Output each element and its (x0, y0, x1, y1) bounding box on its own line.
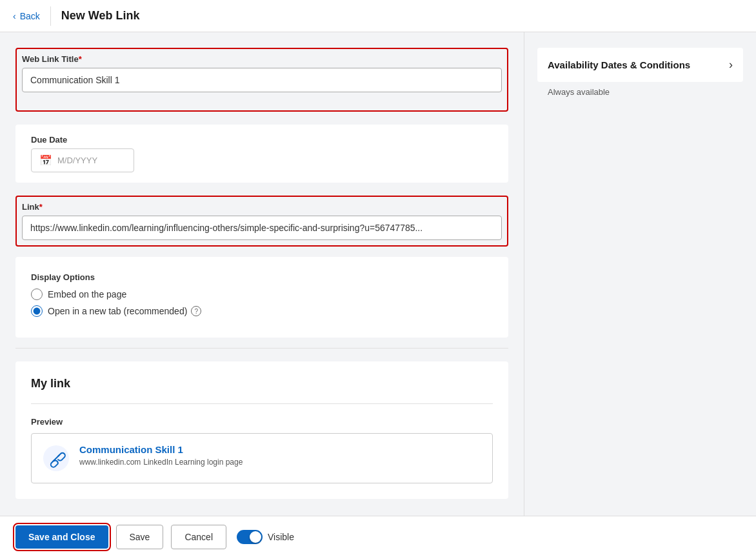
calendar-icon: 📅 (39, 154, 52, 167)
web-link-title-section: Web Link Title* (15, 48, 508, 112)
display-options-label: Display Options (31, 272, 493, 282)
visible-label: Visible (268, 532, 294, 542)
required-star: * (79, 54, 82, 64)
preview-info: Communication Skill 1 www.linkedin.com L… (79, 444, 243, 467)
web-link-title-input[interactable] (22, 68, 502, 92)
preview-domain: www.linkedin.com (79, 458, 141, 467)
link-section: Link* (15, 196, 508, 247)
my-link-section: My link Preview Communication Skill 1 ww… (15, 361, 508, 499)
link-input[interactable] (22, 216, 502, 240)
preview-description: LinkedIn Learning login page (143, 458, 243, 467)
save-button[interactable]: Save (116, 525, 164, 549)
section-divider (15, 348, 508, 349)
main-layout: Web Link Title* Due Date 📅 M/D/YYYY Link… (0, 32, 756, 516)
left-content: Web Link Title* Due Date 📅 M/D/YYYY Link… (0, 32, 524, 516)
footer: Save and Close Save Cancel Visible (0, 516, 756, 557)
save-and-close-button[interactable]: Save and Close (15, 525, 108, 549)
open-new-tab-radio[interactable] (31, 305, 43, 317)
embed-label: Embed on the page (48, 289, 126, 299)
visible-toggle[interactable] (237, 530, 263, 544)
my-link-divider (31, 403, 493, 404)
back-button[interactable]: ‹ Back (13, 6, 50, 26)
link-icon (43, 445, 69, 471)
link-field-group: Link* (22, 202, 502, 240)
availability-status: Always available (537, 87, 743, 97)
right-sidebar: Availability Dates & Conditions › Always… (524, 32, 756, 516)
preview-card: Communication Skill 1 www.linkedin.com L… (31, 433, 493, 483)
visible-toggle-wrapper: Visible (237, 530, 294, 544)
availability-title: Availability Dates & Conditions (548, 59, 690, 70)
back-label: Back (20, 11, 40, 21)
page-header: ‹ Back New Web Link (0, 0, 756, 32)
display-options-section: Display Options Embed on the page Open i… (15, 257, 508, 338)
open-new-tab-label: Open in a new tab (recommended) ? (48, 306, 201, 316)
preview-label: Preview (31, 417, 493, 427)
embed-radio[interactable] (31, 289, 43, 300)
preview-title[interactable]: Communication Skill 1 (79, 444, 243, 455)
embed-option[interactable]: Embed on the page (31, 289, 493, 300)
date-input-wrapper[interactable]: 📅 M/D/YYYY (31, 148, 134, 172)
web-link-title-label: Web Link Title* (22, 54, 502, 64)
due-date-label: Due Date (31, 135, 493, 145)
link-icon-wrap (42, 444, 70, 472)
my-link-title: My link (31, 377, 493, 390)
due-date-section: Due Date 📅 M/D/YYYY (15, 125, 508, 183)
availability-card[interactable]: Availability Dates & Conditions › (537, 48, 743, 82)
page-title: New Web Link (61, 9, 140, 23)
toggle-knob (250, 531, 261, 543)
cancel-button[interactable]: Cancel (171, 525, 226, 549)
availability-chevron-icon: › (729, 58, 733, 72)
link-label: Link* (22, 202, 502, 212)
back-chevron-icon: ‹ (13, 11, 16, 21)
date-placeholder: M/D/YYYY (57, 156, 97, 165)
help-icon[interactable]: ? (191, 306, 201, 316)
open-new-tab-option[interactable]: Open in a new tab (recommended) ? (31, 305, 493, 317)
web-link-title-field-group: Web Link Title* (22, 54, 502, 92)
link-required-star: * (39, 202, 43, 212)
header-divider (50, 6, 51, 26)
